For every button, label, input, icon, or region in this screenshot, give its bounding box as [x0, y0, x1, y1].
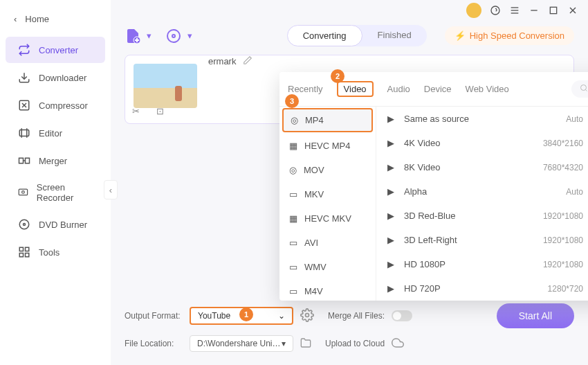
format-wmv[interactable]: ▭WMV — [279, 255, 376, 279]
merge-label: Merge All Files: — [328, 311, 385, 321]
support-icon[interactable] — [490, 5, 501, 16]
sidebar-item-label: Converter — [39, 45, 78, 55]
add-dvd-button[interactable] — [165, 28, 182, 44]
tools-icon — [18, 246, 30, 258]
video-icon: ▶ — [387, 235, 394, 245]
hsc-label: High Speed Conversion — [470, 30, 564, 41]
sidebar-item-dvd-burner[interactable]: DVD Burner — [6, 211, 105, 238]
svg-rect-16 — [19, 253, 23, 257]
start-all-button[interactable]: Start All — [497, 303, 574, 328]
disc-icon: ◎ — [291, 115, 298, 125]
maximize-icon[interactable] — [548, 5, 559, 16]
lightning-icon: ⚡ — [454, 30, 466, 41]
preset-list[interactable]: ▶Same as sourceAuto✎ ▶4K Video3840*2160✎… — [376, 107, 588, 301]
format-mkv[interactable]: ▭MKV — [279, 182, 376, 206]
svg-point-13 — [24, 224, 26, 226]
video-icon: ▶ — [387, 162, 394, 172]
status-tabs: Converting Finished — [287, 25, 427, 46]
preset-4k[interactable]: ▶4K Video3840*2160✎ — [376, 131, 588, 155]
sidebar-item-editor[interactable]: Editor — [6, 120, 105, 146]
tab-web-video[interactable]: Web Video — [466, 84, 509, 94]
sidebar-item-converter[interactable]: Converter — [6, 37, 105, 63]
footer: Output Format: YouTube ⌄ Merge All Files… — [125, 293, 574, 358]
trim-icon[interactable]: ✂ — [132, 106, 140, 116]
sidebar-item-label: Merger — [39, 156, 67, 166]
video-thumbnail[interactable] — [134, 64, 197, 108]
tab-converting[interactable]: Converting — [287, 25, 362, 46]
watermark-title: ermark — [208, 55, 252, 67]
folder-icon[interactable] — [300, 337, 311, 350]
search-icon — [580, 84, 588, 94]
format-m4v[interactable]: ▭M4V — [279, 279, 376, 301]
format-tabs: Recently Video Audio Device Web Video Se… — [279, 72, 588, 107]
mov-icon: ◎ — [289, 165, 297, 175]
sidebar-item-downloader[interactable]: Downloader — [6, 64, 105, 91]
preset-hd-720p[interactable]: ▶HD 720P1280*720✎ — [376, 276, 588, 301]
high-speed-badge[interactable]: ⚡ High Speed Conversion — [445, 26, 574, 45]
format-mov[interactable]: ◎MOV — [279, 158, 376, 182]
tab-audio[interactable]: Audio — [387, 84, 410, 94]
format-list[interactable]: ◎MP4 ▦HEVC MP4 ◎MOV ▭MKV ▦HEVC MKV ▭AVI … — [279, 107, 376, 301]
file-location-select[interactable]: D:\Wondershare UniConverter 1 ▾ — [190, 335, 293, 352]
sidebar-item-label: Compressor — [39, 100, 88, 111]
mkv-icon: ▭ — [289, 189, 297, 199]
svg-point-11 — [22, 191, 25, 194]
crop-icon[interactable]: ⊡ — [156, 106, 164, 116]
menu-icon[interactable] — [509, 5, 520, 16]
preset-same-as-source[interactable]: ▶Same as sourceAuto✎ — [376, 107, 588, 131]
converter-icon — [18, 44, 30, 56]
chevron-down-icon[interactable]: ▾ — [147, 30, 151, 41]
toolbar: ▾ ▾ Converting Finished ⚡ High Speed Con… — [125, 21, 574, 55]
download-icon — [18, 71, 30, 84]
svg-rect-23 — [550, 7, 556, 13]
preset-3d-left-right[interactable]: ▶3D Left-Right1920*1080✎ — [376, 228, 588, 252]
sidebar-item-compressor[interactable]: Compressor — [6, 92, 105, 118]
home-link[interactable]: ‹ Home — [0, 8, 111, 30]
cloud-icon[interactable] — [392, 337, 404, 351]
edit-icon[interactable] — [243, 55, 252, 67]
svg-line-33 — [585, 89, 587, 91]
format-hevc-mp4[interactable]: ▦HEVC MP4 — [279, 134, 376, 158]
svg-point-31 — [306, 313, 309, 317]
format-search[interactable]: Search — [571, 80, 588, 98]
tab-finished[interactable]: Finished — [362, 25, 427, 46]
titlebar — [111, 0, 588, 21]
tab-recently[interactable]: Recently — [288, 84, 323, 94]
sidebar-item-tools[interactable]: Tools — [6, 239, 105, 265]
tutorial-step-1: 1 — [239, 308, 253, 321]
sidebar-item-label: Downloader — [39, 73, 86, 83]
sidebar-item-screen-recorder[interactable]: Screen Recorder — [6, 175, 105, 210]
svg-rect-17 — [26, 253, 29, 257]
dvd-icon — [18, 218, 30, 231]
sidebar-item-label: DVD Burner — [39, 220, 87, 230]
sidebar-item-merger[interactable]: Merger — [6, 148, 105, 174]
settings-icon[interactable] — [300, 308, 314, 324]
file-location-label: File Location: — [125, 339, 183, 348]
format-avi[interactable]: ▭AVI — [279, 231, 376, 255]
sidebar-item-label: Screen Recorder — [37, 182, 93, 203]
svg-point-30 — [172, 35, 175, 37]
sidebar-collapse-button[interactable]: ‹ — [104, 180, 118, 199]
video-icon: ▶ — [387, 186, 394, 197]
video-icon: ▶ — [387, 114, 394, 124]
tab-video[interactable]: Video — [337, 81, 374, 97]
main: ‹ ▾ ▾ Converting Finished ⚡ High S — [111, 0, 588, 365]
preset-8k[interactable]: ▶8K Video7680*4320✎ — [376, 155, 588, 179]
merge-toggle[interactable] — [392, 310, 412, 321]
preset-hd-1080p[interactable]: ▶HD 1080P1920*1080✎ — [376, 252, 588, 276]
format-hevc-mkv[interactable]: ▦HEVC MKV — [279, 206, 376, 231]
tab-device[interactable]: Device — [424, 84, 452, 94]
chevron-down-icon[interactable]: ▾ — [187, 30, 192, 41]
add-file-button[interactable] — [125, 28, 141, 44]
preset-alpha[interactable]: ▶AlphaAuto✎ — [376, 179, 588, 204]
upload-label: Upload to Cloud — [325, 339, 385, 348]
svg-rect-7 — [19, 158, 24, 163]
merger-icon — [18, 154, 30, 167]
svg-rect-14 — [19, 247, 23, 251]
minimize-icon[interactable] — [529, 5, 540, 16]
format-mp4[interactable]: ◎MP4 — [282, 108, 373, 132]
preset-3d-red-blue[interactable]: ▶3D Red-Blue1920*1080✎ — [376, 204, 588, 228]
avatar[interactable] — [466, 3, 481, 18]
home-label: Home — [25, 14, 49, 24]
close-icon[interactable] — [567, 5, 578, 16]
